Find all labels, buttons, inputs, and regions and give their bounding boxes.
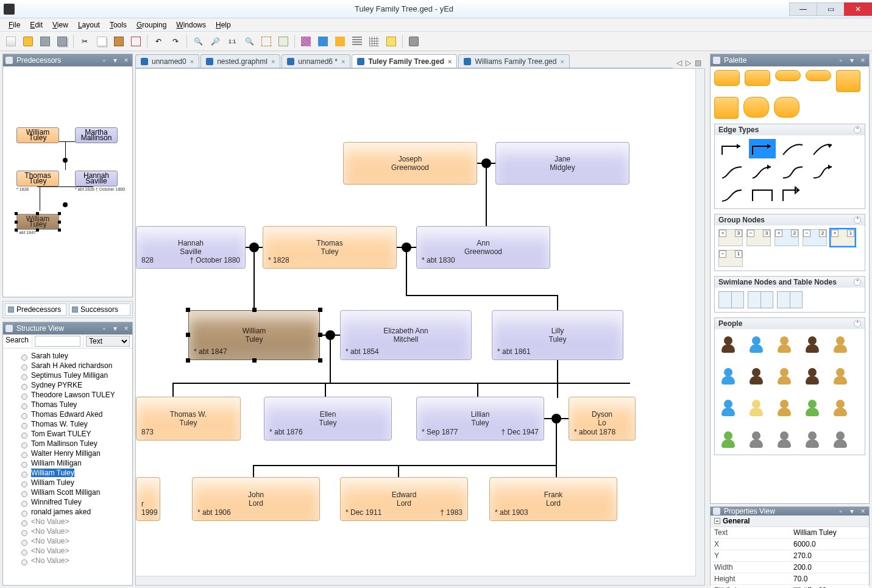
graph-node[interactable]: Joseph Greenwood xyxy=(343,142,477,185)
shape-swatch[interactable] xyxy=(714,97,739,119)
tree-item[interactable]: <No Value> xyxy=(3,526,132,536)
person-swatch[interactable] xyxy=(718,396,738,419)
tree-item[interactable]: <No Value> xyxy=(3,556,132,565)
shape-swatch[interactable] xyxy=(836,70,860,92)
edge-swatch[interactable] xyxy=(779,162,806,182)
person-swatch[interactable] xyxy=(718,428,738,451)
tree-item[interactable]: Thomas Edward Aked xyxy=(3,409,132,419)
person-swatch[interactable] xyxy=(746,364,766,388)
collapse-icon[interactable]: ˄ xyxy=(854,126,861,133)
edge-swatch[interactable] xyxy=(810,162,837,182)
tree-item[interactable]: William Milligan xyxy=(3,458,132,468)
doc-tab[interactable]: nested.graphml× xyxy=(200,54,280,68)
prop-y-value[interactable]: 270.0 xyxy=(790,550,869,561)
tree-item[interactable]: Walter Henry Milligan xyxy=(3,448,132,458)
tb-open[interactable] xyxy=(21,34,35,49)
tb-print[interactable] xyxy=(406,34,421,49)
tree-item[interactable]: Tom Ewart TULEY xyxy=(3,429,132,439)
panel-pin-icon[interactable]: ▾ xyxy=(848,508,856,515)
graph-node[interactable]: John Lord * abt 1906 xyxy=(192,477,320,521)
person-swatch[interactable] xyxy=(746,396,766,419)
person-swatch[interactable] xyxy=(746,428,766,451)
search-type-select[interactable]: Text xyxy=(86,336,130,347)
panel-pin-icon[interactable]: ▾ xyxy=(112,57,119,64)
graph-node[interactable]: Jane Midgley xyxy=(495,142,629,185)
person-swatch[interactable] xyxy=(775,428,794,451)
person-swatch[interactable] xyxy=(831,364,850,388)
graph-node[interactable]: Thomas Tuley * 1828 xyxy=(263,226,397,269)
swimlane-swatch[interactable] xyxy=(748,291,773,308)
edge-swatch[interactable] xyxy=(718,185,745,205)
prop-width-value[interactable]: 200.0 xyxy=(790,562,869,573)
graph-node-selected[interactable]: William Tuley * abt 1847 xyxy=(188,310,320,360)
tb-fit-window[interactable] xyxy=(276,34,291,49)
tree-item[interactable]: Sydney PYRKE xyxy=(3,380,132,390)
doc-tab[interactable]: Williams Family Tree.ged× xyxy=(458,54,569,68)
shape-swatch[interactable] xyxy=(774,97,799,118)
tree-item[interactable]: <No Value> xyxy=(3,546,132,556)
menu-help[interactable]: Help xyxy=(212,19,235,30)
tree-item[interactable]: ronald james aked xyxy=(3,507,132,517)
edge-swatch[interactable] xyxy=(749,185,776,205)
tree-item[interactable]: Winnifred Tuley xyxy=(3,497,132,507)
tabs-scroll-left-icon[interactable]: ◁ xyxy=(676,58,682,67)
tab-close-icon[interactable]: × xyxy=(271,58,275,65)
tb-cut[interactable]: ✂ xyxy=(77,34,92,49)
menu-grouping[interactable]: Grouping xyxy=(133,19,170,30)
person-swatch[interactable] xyxy=(718,364,738,388)
edge-swatch[interactable] xyxy=(779,185,806,205)
tree-item[interactable]: William Tuley xyxy=(3,468,132,478)
tb-organic[interactable] xyxy=(333,34,347,49)
tb-labels[interactable] xyxy=(384,34,399,49)
mini-node[interactable]: Hannah Saville xyxy=(75,171,118,186)
edge-swatch-selected[interactable] xyxy=(749,139,776,158)
panel-close-icon[interactable]: × xyxy=(122,57,130,64)
graph-node[interactable]: Edward Lord * Dec 1911† 1983 xyxy=(340,477,468,521)
group-swatch[interactable]: +3 xyxy=(718,229,743,246)
search-input[interactable] xyxy=(35,336,80,347)
tree-item[interactable]: <No Value> xyxy=(3,536,132,546)
doc-tab[interactable]: unnamed0× xyxy=(135,54,199,68)
mini-node[interactable]: William Tuley xyxy=(16,127,59,143)
panel-close-icon[interactable]: × xyxy=(122,325,130,332)
tb-new[interactable] xyxy=(4,34,18,49)
person-swatch[interactable] xyxy=(803,364,822,388)
edge-swatch[interactable] xyxy=(779,139,806,158)
tb-paste[interactable] xyxy=(112,34,126,49)
swimlane-swatch[interactable] xyxy=(777,291,803,308)
person-swatch[interactable] xyxy=(831,333,850,356)
tb-grid[interactable] xyxy=(367,34,381,49)
group-swatch[interactable]: +2 xyxy=(775,229,799,246)
tabs-list-icon[interactable]: ▤ xyxy=(695,58,701,67)
person-swatch[interactable] xyxy=(831,396,850,419)
collapse-icon[interactable]: ˄ xyxy=(854,216,861,224)
subtab-predecessors[interactable]: Predecessors xyxy=(5,303,66,316)
tab-close-icon[interactable]: × xyxy=(341,58,345,65)
minimize-button[interactable]: — xyxy=(789,2,817,16)
prop-text-value[interactable]: William Tuley xyxy=(790,527,869,538)
prop-x-value[interactable]: 6000.0 xyxy=(790,539,869,550)
shape-swatch[interactable] xyxy=(745,70,770,86)
edge-swatch[interactable] xyxy=(749,162,776,182)
shape-swatch[interactable] xyxy=(743,97,769,118)
tb-zoom-11[interactable]: 1:1 xyxy=(225,34,239,49)
tree-item[interactable]: Thomas W. Tuley xyxy=(3,419,132,429)
person-swatch[interactable] xyxy=(775,396,794,419)
menu-layout[interactable]: Layout xyxy=(74,19,104,30)
tree-item[interactable]: William Scott Milligan xyxy=(3,487,132,497)
graph-node[interactable]: Ann Greenwood * abt 1830 xyxy=(416,226,550,269)
tree-item[interactable]: Septimus Tuley Milligan xyxy=(3,370,132,380)
group-swatch-selected[interactable]: +1 xyxy=(831,229,855,246)
tb-zoom-out[interactable]: 🔎 xyxy=(208,34,222,49)
prop-fill-value[interactable]: #ffcc99 xyxy=(790,585,869,588)
maximize-button[interactable]: ▭ xyxy=(817,2,845,16)
tree-item[interactable]: Thomas Tuley xyxy=(3,400,132,409)
person-swatch[interactable] xyxy=(803,333,822,356)
collapse-icon[interactable]: ˄ xyxy=(854,320,861,327)
mini-node[interactable]: Martha Mallinson xyxy=(75,127,118,143)
tree-item[interactable]: William Tuley xyxy=(3,478,132,487)
group-swatch[interactable]: −3 xyxy=(746,229,771,246)
panel-pin-icon[interactable]: ▾ xyxy=(848,57,856,64)
tb-copy[interactable] xyxy=(94,34,109,49)
graph-node[interactable]: Ellen Tuley * abt 1876 xyxy=(264,397,392,441)
